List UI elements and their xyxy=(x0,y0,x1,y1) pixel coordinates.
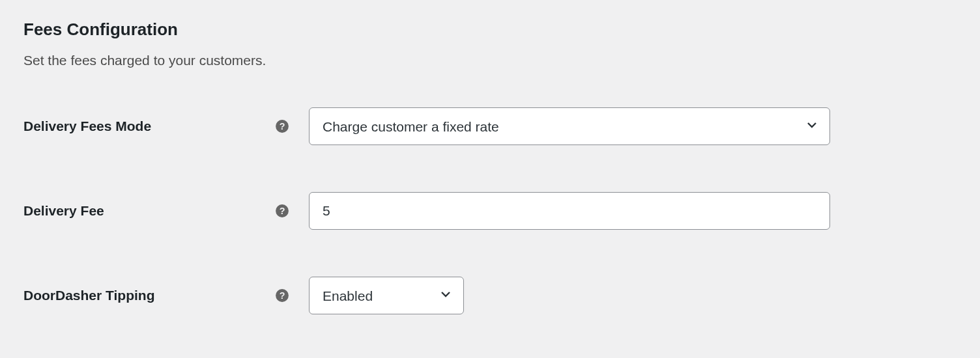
help-icon[interactable]: ? xyxy=(275,119,289,133)
help-icon[interactable]: ? xyxy=(275,288,289,303)
field-row-delivery-fees-mode: Delivery Fees Mode ? Charge customer a f… xyxy=(23,107,957,145)
doordasher-tipping-label: DoorDasher Tipping xyxy=(23,288,275,303)
field-row-doordasher-tipping: DoorDasher Tipping ? Enabled xyxy=(23,277,957,314)
svg-text:?: ? xyxy=(280,290,285,301)
delivery-fees-mode-select[interactable]: Charge customer a fixed rate xyxy=(309,107,830,145)
help-icon[interactable]: ? xyxy=(275,204,289,218)
delivery-fee-label: Delivery Fee xyxy=(23,203,275,219)
svg-text:?: ? xyxy=(280,121,285,131)
delivery-fees-mode-label: Delivery Fees Mode xyxy=(23,118,275,134)
delivery-fee-input[interactable] xyxy=(309,192,830,230)
svg-text:?: ? xyxy=(280,206,285,216)
doordasher-tipping-select[interactable]: Enabled xyxy=(309,277,464,314)
field-row-delivery-fee: Delivery Fee ? xyxy=(23,192,957,230)
section-description: Set the fees charged to your customers. xyxy=(23,53,957,68)
section-title: Fees Configuration xyxy=(23,20,957,40)
